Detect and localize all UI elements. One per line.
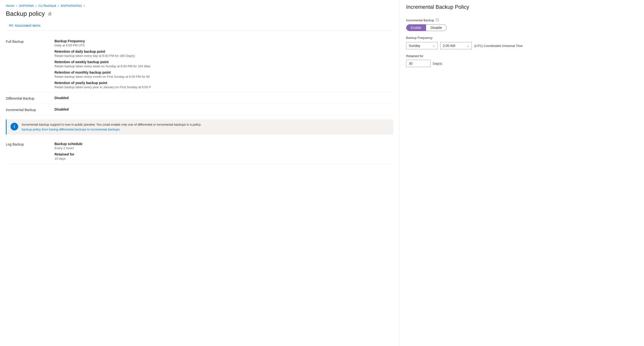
log-backup-label: Log Backup bbox=[6, 142, 54, 160]
breadcrumb-home[interactable]: Home bbox=[6, 4, 14, 7]
left-panel: Home > SAPHANA > CLITestVault > SAPHANAP… bbox=[0, 0, 399, 346]
full-backup-yearly-desc: Retain backup taken every year in Januar… bbox=[54, 85, 393, 89]
full-backup-freq-desc: Daily at 6:00 PM UTC bbox=[54, 43, 393, 47]
info-banner-main-text: Incremental backup support is now in pub… bbox=[22, 123, 201, 126]
enable-toggle-button[interactable]: Enable bbox=[406, 24, 426, 31]
time-select-wrapper: 12:00 AM 1:00 AM 2:00 AM 3:00 AM 4:00 AM… bbox=[440, 42, 472, 49]
incremental-backup-section: Incremental Backup Disabled bbox=[6, 104, 393, 115]
tab-associated-items-label: Associated items bbox=[15, 23, 40, 27]
backup-frequency-label: Backup Frequency bbox=[406, 36, 637, 40]
retained-days-input[interactable] bbox=[406, 60, 430, 67]
differential-backup-label: Differential Backup bbox=[6, 96, 54, 100]
full-backup-label: Full Backup bbox=[6, 39, 54, 89]
info-banner-link[interactable]: backup policy from having differential b… bbox=[22, 128, 121, 131]
breadcrumb-saphana[interactable]: SAPHANA bbox=[19, 4, 34, 7]
full-backup-freq-title: Backup Frequency bbox=[54, 39, 393, 43]
log-backup-retained-title: Retained for bbox=[54, 152, 393, 156]
associated-items-icon: ≡≡ bbox=[9, 23, 14, 28]
differential-backup-content: Disabled bbox=[54, 96, 393, 100]
toggle-group: Enable Disable bbox=[406, 24, 637, 31]
breadcrumb-saphanapol1[interactable]: SAPHANAPol1 bbox=[60, 4, 82, 7]
full-backup-weekly-desc: Retain backup taken every week on Sunday… bbox=[54, 64, 393, 68]
info-banner-text: Incremental backup support is now in pub… bbox=[22, 122, 201, 132]
breadcrumb: Home > SAPHANA > CLITestVault > SAPHANAP… bbox=[6, 4, 393, 7]
differential-disabled-text: Disabled bbox=[54, 96, 393, 100]
incremental-backup-field-label: Incremental Backup ⓘ bbox=[406, 18, 637, 22]
full-backup-section: Full Backup Backup Frequency Daily at 6:… bbox=[6, 36, 393, 93]
page-title: Backup policy bbox=[6, 10, 45, 17]
log-backup-content: Backup schedule Every 2 hours Retained f… bbox=[54, 142, 393, 160]
retained-row: Day(s) bbox=[406, 60, 637, 67]
log-backup-section: Log Backup Backup schedule Every 2 hours… bbox=[6, 138, 393, 164]
info-banner: i Incremental backup support is now in p… bbox=[6, 119, 393, 135]
disable-toggle-button[interactable]: Disable bbox=[426, 24, 446, 31]
incremental-disabled-text: Disabled bbox=[54, 107, 393, 111]
differential-backup-section: Differential Backup Disabled bbox=[6, 93, 393, 104]
log-backup-retained-desc: 15 days bbox=[54, 157, 393, 160]
full-backup-yearly-title: Retention of yearly backup point bbox=[54, 81, 393, 85]
incremental-backup-label: Incremental Backup bbox=[6, 107, 54, 112]
page-title-row: Backup policy 🖨 bbox=[6, 10, 393, 17]
time-dropdown[interactable]: 12:00 AM 1:00 AM 2:00 AM 3:00 AM 4:00 AM… bbox=[440, 42, 472, 49]
incremental-backup-content: Disabled bbox=[54, 107, 393, 112]
log-backup-schedule-desc: Every 2 hours bbox=[54, 146, 393, 150]
day-select-wrapper: Sunday Monday Tuesday Wednesday Thursday… bbox=[406, 42, 438, 49]
full-backup-daily-desc: Retain backup taken every day at 6:00 PM… bbox=[54, 54, 393, 58]
retained-for-label: Retained for bbox=[406, 54, 424, 58]
tab-associated-items[interactable]: ≡≡ Associated items bbox=[6, 21, 44, 31]
right-panel-title: Incremental Backup Policy bbox=[406, 4, 637, 13]
log-backup-schedule-title: Backup schedule bbox=[54, 142, 393, 146]
incremental-backup-toggle-label: Incremental Backup bbox=[406, 18, 434, 22]
info-circle-icon: i bbox=[10, 123, 18, 130]
timezone-label: (UTC) Coordinated Universal Time bbox=[474, 44, 523, 48]
full-backup-daily-title: Retention of daily backup point bbox=[54, 49, 393, 53]
full-backup-monthly-title: Retention of monthly backup point bbox=[54, 70, 393, 74]
breadcrumb-sep-3: > bbox=[58, 4, 59, 7]
breadcrumb-sep-2: > bbox=[35, 4, 37, 7]
breadcrumb-clitestvault[interactable]: CLITestVault bbox=[38, 4, 56, 7]
breadcrumb-sep-4: > bbox=[84, 4, 85, 7]
print-icon[interactable]: 🖨 bbox=[48, 11, 52, 16]
full-backup-weekly-title: Retention of weekly backup point bbox=[54, 60, 393, 64]
breadcrumb-sep-1: > bbox=[16, 4, 17, 7]
tabs-bar: ≡≡ Associated items bbox=[6, 21, 393, 31]
full-backup-content: Backup Frequency Daily at 6:00 PM UTC Re… bbox=[54, 39, 393, 89]
retained-for-field-label: Retained for bbox=[406, 54, 637, 58]
day-dropdown[interactable]: Sunday Monday Tuesday Wednesday Thursday… bbox=[406, 42, 438, 49]
incremental-backup-info-icon[interactable]: ⓘ bbox=[436, 18, 439, 22]
frequency-dropdowns-row: Sunday Monday Tuesday Wednesday Thursday… bbox=[406, 42, 637, 49]
right-panel: Incremental Backup Policy Incremental Ba… bbox=[399, 0, 644, 346]
days-label: Day(s) bbox=[433, 62, 442, 65]
full-backup-monthly-desc: Retain backup taken every month on First… bbox=[54, 75, 393, 78]
